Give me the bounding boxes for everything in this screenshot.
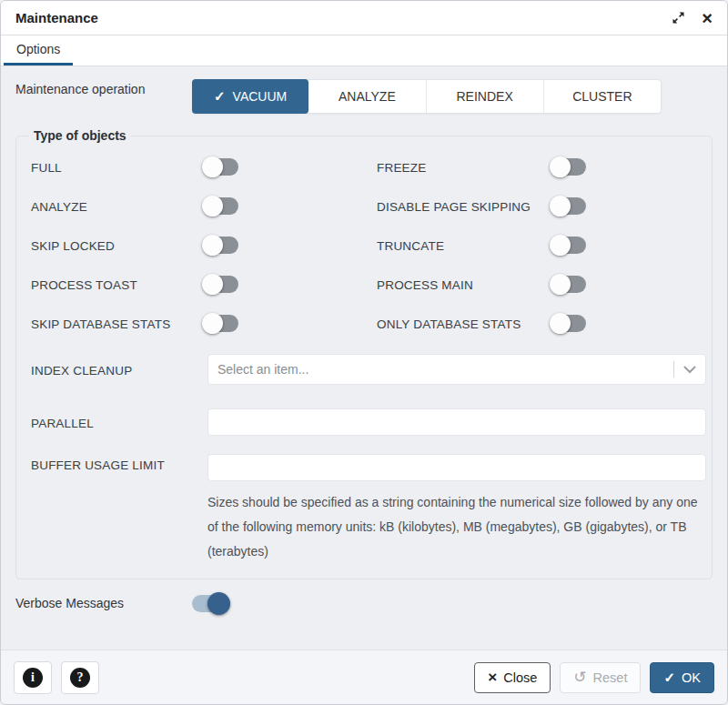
disable-page-skipping-toggle[interactable]	[551, 197, 586, 215]
index-cleanup-row: INDEX CLEANUP Select an item...	[31, 354, 706, 385]
buffer-usage-limit-help: Sizes should be specified as a string co…	[207, 490, 706, 564]
tab-bar: Options	[1, 35, 727, 66]
toggle-knob	[207, 592, 230, 615]
only-database-stats-toggle[interactable]	[551, 315, 586, 332]
parallel-input[interactable]	[207, 408, 706, 436]
process-main-toggle[interactable]	[551, 276, 586, 293]
skip-locked-label: SKIP LOCKED	[31, 236, 204, 254]
verbose-messages-toggle[interactable]	[192, 595, 227, 612]
help-icon: ?	[70, 668, 90, 688]
close-x-icon: ×	[488, 670, 497, 685]
parallel-label: PARALLEL	[31, 408, 207, 431]
close-icon[interactable]: ×	[702, 9, 713, 27]
type-of-objects-fieldset: Type of objects FULL FREEZE ANALYZE DISA…	[15, 128, 713, 579]
analyze-toggle[interactable]	[204, 197, 238, 215]
close-button[interactable]: × Close	[474, 662, 551, 693]
window-controls: ×	[672, 9, 713, 27]
index-cleanup-select[interactable]: Select an item...	[207, 354, 706, 385]
toggle-knob	[202, 274, 223, 295]
full-label: FULL	[31, 157, 204, 176]
tab-options[interactable]: Options	[4, 35, 73, 65]
operation-cluster-button[interactable]: CLUSTER	[544, 80, 661, 113]
toggle-grid: FULL FREEZE ANALYZE DISABLE PAGE SKIPPIN…	[31, 157, 706, 332]
info-icon: i	[23, 668, 43, 688]
disable-page-skipping-label: DISABLE PAGE SKIPPING	[377, 196, 551, 215]
freeze-toggle[interactable]	[551, 158, 586, 176]
toggle-knob	[550, 196, 571, 217]
process-main-label: PROCESS MAIN	[377, 275, 551, 293]
operation-analyze-label: ANALYZE	[339, 89, 396, 104]
reset-button[interactable]: ↺ Reset	[560, 662, 641, 693]
operation-vacuum-button[interactable]: ✓ VACUUM	[192, 79, 308, 114]
toggle-knob	[202, 313, 223, 334]
analyze-label: ANALYZE	[31, 196, 204, 215]
dialog-title: Maintenance	[15, 10, 98, 25]
dialog-footer: i ? × Close ↺ Reset ✓ OK	[1, 650, 727, 704]
buffer-usage-limit-label: BUFFER USAGE LIMIT	[31, 454, 207, 473]
maintenance-dialog: Maintenance × Options Maintenance operat…	[0, 0, 728, 705]
truncate-label: TRUNCATE	[377, 236, 551, 254]
truncate-toggle[interactable]	[551, 237, 586, 254]
skip-locked-toggle[interactable]	[204, 237, 238, 254]
verbose-messages-label: Verbose Messages	[15, 596, 192, 610]
parallel-row: PARALLEL	[31, 408, 706, 436]
type-of-objects-legend: Type of objects	[29, 128, 131, 143]
chevron-down-icon	[674, 366, 705, 374]
maintenance-operation-label: Maintenance operation	[15, 79, 192, 97]
verbose-messages-row: Verbose Messages	[15, 594, 713, 612]
reset-button-label: Reset	[593, 670, 628, 685]
ok-check-icon: ✓	[663, 670, 675, 684]
dialog-content: Maintenance operation ✓ VACUUM ANALYZE R…	[1, 66, 727, 650]
help-button[interactable]: ?	[61, 661, 99, 694]
expand-icon[interactable]	[672, 11, 685, 25]
full-toggle[interactable]	[204, 158, 238, 176]
operation-analyze-button[interactable]: ANALYZE	[308, 80, 426, 113]
operation-button-group: ✓ VACUUM ANALYZE REINDEX CLUSTER	[192, 79, 662, 114]
toggle-knob	[202, 196, 223, 217]
skip-database-stats-label: SKIP DATABASE STATS	[31, 314, 204, 332]
toggle-knob	[202, 235, 223, 256]
title-bar: Maintenance ×	[1, 1, 727, 35]
close-button-label: Close	[503, 670, 537, 685]
skip-database-stats-toggle[interactable]	[204, 315, 238, 332]
index-cleanup-label: INDEX CLEANUP	[31, 354, 207, 378]
maintenance-operation-row: Maintenance operation ✓ VACUUM ANALYZE R…	[15, 79, 713, 114]
only-database-stats-label: ONLY DATABASE STATS	[377, 314, 551, 332]
select-placeholder: Select an item...	[217, 362, 308, 377]
reset-icon: ↺	[573, 670, 586, 685]
toggle-knob	[202, 156, 223, 177]
buffer-usage-limit-input[interactable]	[207, 454, 706, 481]
ok-button[interactable]: ✓ OK	[650, 662, 714, 693]
operation-reindex-label: REINDEX	[457, 89, 513, 104]
operation-vacuum-label: VACUUM	[233, 89, 288, 104]
operation-cluster-label: CLUSTER	[572, 89, 632, 104]
toggle-knob	[550, 235, 571, 256]
toggle-knob	[550, 156, 571, 177]
toggle-knob	[550, 274, 571, 295]
process-toast-toggle[interactable]	[204, 276, 238, 293]
sql-info-button[interactable]: i	[14, 661, 52, 694]
buffer-usage-limit-row: BUFFER USAGE LIMIT	[31, 454, 706, 481]
footer-actions: × Close ↺ Reset ✓ OK	[474, 662, 714, 693]
toggle-knob	[550, 313, 571, 334]
freeze-label: FREEZE	[377, 157, 551, 176]
process-toast-label: PROCESS TOAST	[31, 275, 204, 293]
check-icon: ✓	[214, 88, 226, 105]
ok-button-label: OK	[682, 670, 701, 685]
operation-reindex-button[interactable]: REINDEX	[427, 80, 544, 113]
